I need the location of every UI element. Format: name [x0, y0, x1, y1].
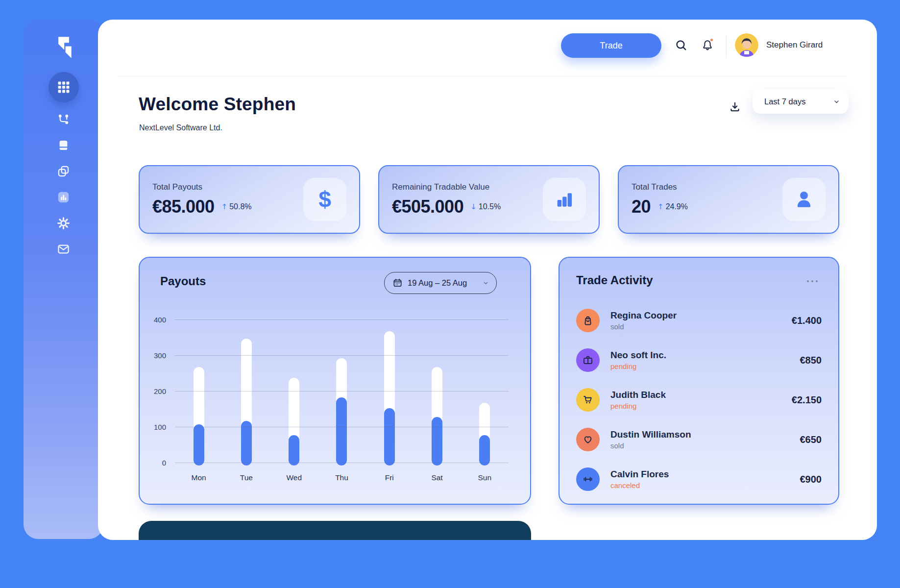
grid-icon [57, 80, 71, 94]
activity-amount: €2.150 [792, 394, 822, 406]
ellipsis-icon[interactable] [804, 277, 821, 285]
bar-highlighted [384, 408, 395, 466]
company-subtitle: NextLevel Software Ltd. [139, 123, 222, 132]
dumbbell-icon [582, 473, 594, 485]
activity-avatar [576, 428, 600, 451]
activity-name: Regina Cooper [610, 310, 677, 321]
sidebar-item-mail[interactable] [49, 240, 79, 258]
trade-activity-row[interactable]: Calvin Flores canceled €900 [576, 467, 822, 491]
gridline [175, 463, 509, 463]
trade-activity-row[interactable]: Judith Black pending €2.150 [576, 388, 822, 412]
user-name: Stephen Girard [766, 40, 823, 50]
chart-plot [175, 319, 509, 463]
y-tick-label: 100 [154, 423, 166, 431]
chart-date-range[interactable]: 19 Aug – 25 Aug [384, 272, 497, 294]
activity-status: canceled [610, 481, 669, 490]
activity-amount: €1.400 [792, 315, 822, 326]
stat-icon-tile [543, 178, 586, 221]
activity-avatar [576, 309, 600, 332]
activity-status: pending [610, 402, 666, 410]
notifications-button[interactable] [697, 34, 718, 56]
trade-button[interactable]: Trade [561, 33, 661, 58]
delta-arrow-icon: ↑ [221, 202, 228, 211]
stat-label: Total Trades [632, 182, 688, 192]
bar-highlighted [289, 435, 299, 466]
trade-activity-title: Trade Activity [576, 273, 653, 287]
trade-activity-row[interactable]: Regina Cooper sold €1.400 [576, 309, 822, 332]
book-icon [57, 139, 70, 152]
sidebar-item-copy[interactable] [49, 162, 79, 180]
activity-name: Neo soft Inc. [610, 350, 666, 361]
main-content: Trade Stephen Girard Welcome Stephen Nex… [98, 20, 877, 540]
x-tick-label: Sun [461, 473, 509, 482]
stat-card: Total Trades 20 ↑ 24.9% [618, 165, 839, 234]
sidebar-item-gear[interactable] [49, 214, 79, 232]
stat-value: €505.000 [392, 196, 463, 217]
copy-icon [57, 165, 70, 178]
cart-icon [582, 394, 594, 406]
x-tick-label: Fri [365, 473, 413, 482]
profile-menu[interactable]: Stephen Girard [735, 33, 823, 57]
delta-arrow-icon: ↓ [470, 202, 477, 211]
bar-highlighted [241, 421, 252, 466]
activity-amount: €900 [800, 474, 822, 485]
chart-y-axis: 4003002001000 [143, 319, 170, 463]
activity-avatar [576, 348, 600, 372]
x-tick-label: Sat [413, 473, 461, 482]
gridline [175, 319, 509, 320]
avatar [735, 33, 758, 57]
search-icon [675, 39, 687, 51]
user-icon [793, 189, 815, 210]
app-frame: Trade Stephen Girard Welcome Stephen Nex… [0, 0, 900, 588]
gridline [175, 355, 509, 356]
trade-activity-row[interactable]: Neo soft Inc. pending €850 [576, 348, 822, 372]
chart-date-range-label: 19 Aug – 25 Aug [408, 278, 467, 288]
x-tick-label: Wed [270, 473, 318, 482]
activity-status: sold [610, 441, 691, 450]
page-title: Welcome Stephen [139, 94, 296, 115]
y-tick-label: 300 [154, 351, 166, 360]
bar-highlighted [479, 435, 490, 466]
activity-name: Calvin Flores [610, 469, 669, 480]
stat-label: Remaining Tradable Value [392, 182, 501, 192]
swap-arrows-logo [49, 33, 78, 62]
mail-icon [57, 243, 70, 256]
stat-delta: ↓ 10.5% [470, 202, 501, 211]
sidebar-item-chart-tile[interactable] [49, 188, 79, 206]
stat-value: €85.000 [152, 196, 215, 217]
payouts-card: Payouts 19 Aug – 25 Aug 4003002001000 [139, 257, 531, 505]
stat-icon-tile [782, 178, 826, 221]
activity-avatar [576, 467, 600, 491]
download-icon [729, 100, 741, 113]
briefcase-icon [582, 354, 594, 366]
stat-delta: ↑ 24.9% [657, 202, 688, 211]
bar-highlighted [336, 397, 347, 466]
sidebar-item-book[interactable] [49, 136, 79, 154]
bar-highlighted [194, 424, 204, 466]
search-button[interactable] [670, 34, 692, 56]
header-divider-vertical [726, 35, 727, 58]
sidebar-item-grid[interactable] [49, 72, 79, 102]
date-range-label: Last 7 days [764, 97, 805, 106]
activity-status: sold [610, 322, 677, 331]
stat-card: Total Payouts €85.000 ↑ 50.8% $ [139, 165, 360, 234]
gridline [175, 391, 509, 392]
sidebar-item-branch[interactable] [49, 110, 79, 128]
activity-avatar [576, 388, 600, 412]
stat-label: Total Payouts [152, 182, 252, 192]
heart-icon [582, 434, 594, 445]
branch-icon [57, 113, 70, 126]
trade-activity-list: Regina Cooper sold €1.400 Neo soft Inc. … [576, 309, 822, 491]
sidebar-nav [24, 72, 103, 258]
stats-row: Total Payouts €85.000 ↑ 50.8% $ Remainin… [139, 165, 839, 234]
trade-activity-card: Trade Activity Regina Cooper sold €1.400… [559, 257, 839, 505]
trade-activity-row[interactable]: Dustin Williamson sold €650 [576, 428, 822, 451]
y-tick-label: 200 [154, 387, 166, 395]
download-button[interactable] [724, 96, 746, 118]
sidebar [24, 20, 103, 539]
dollar-icon: $ [318, 186, 331, 213]
delta-arrow-icon: ↑ [657, 202, 664, 211]
date-range-select[interactable]: Last 7 days [753, 89, 849, 114]
notification-dot [709, 38, 714, 42]
stat-card: Remaining Tradable Value €505.000 ↓ 10.5… [378, 165, 600, 234]
